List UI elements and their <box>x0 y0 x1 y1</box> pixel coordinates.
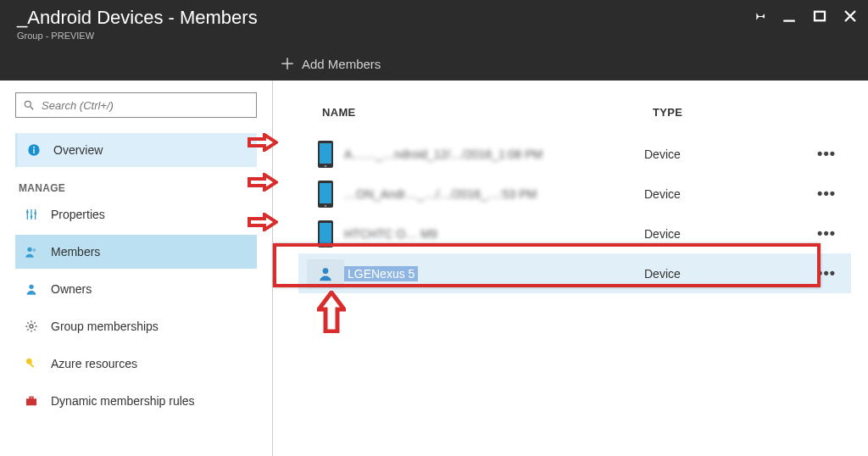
grid-row[interactable]: A……_…ndroid_12/…/2016_1:08 PM Device ••• <box>298 134 851 174</box>
svg-rect-0 <box>783 20 795 22</box>
svg-point-12 <box>29 285 33 289</box>
nav-members[interactable]: Members <box>15 235 257 269</box>
svg-rect-15 <box>29 363 34 368</box>
info-icon <box>26 143 42 157</box>
minimize-icon[interactable] <box>782 8 797 24</box>
blade-header: _Android Devices - Members Group - PREVI… <box>0 0 868 81</box>
header-controls <box>751 8 858 24</box>
svg-point-7 <box>26 211 29 214</box>
sidebar: Overview MANAGE Properties Members Owner… <box>0 81 273 456</box>
row-context-menu[interactable]: ••• <box>817 225 836 242</box>
svg-point-6 <box>33 147 35 148</box>
blade-subtitle: Group - PREVIEW <box>0 29 868 41</box>
device-icon <box>307 180 344 209</box>
briefcase-icon <box>24 394 39 408</box>
svg-rect-1 <box>815 12 825 21</box>
nav-label: Group memberships <box>51 320 159 333</box>
grid-header: NAME TYPE <box>298 106 851 134</box>
key-icon <box>24 357 39 370</box>
svg-point-27 <box>323 268 329 274</box>
grid-row-selected[interactable]: LGENexus 5 Device ••• <box>298 253 851 293</box>
grid-row[interactable]: HTCHTC O… M9 Device ••• <box>298 214 851 253</box>
person-icon <box>307 259 344 288</box>
maximize-icon[interactable] <box>812 8 827 24</box>
svg-rect-5 <box>33 149 34 153</box>
search-box[interactable] <box>15 92 257 118</box>
sliders-icon <box>24 208 39 221</box>
owner-icon <box>24 282 39 296</box>
nav-overview[interactable]: Overview <box>15 133 257 167</box>
annotation-up-arrow <box>317 291 346 333</box>
nav-owners[interactable]: Owners <box>15 272 257 306</box>
grid-row[interactable]: …ON_Andr…_…/…/2016_…:53 PM Device ••• <box>298 174 851 214</box>
device-icon <box>307 140 344 169</box>
svg-point-20 <box>325 164 327 167</box>
svg-point-26 <box>325 244 327 247</box>
nav-label: Owners <box>51 282 92 296</box>
search-input[interactable] <box>42 99 249 112</box>
device-type: Device <box>644 267 681 281</box>
svg-point-13 <box>30 325 33 328</box>
svg-point-23 <box>325 204 327 207</box>
svg-rect-22 <box>320 183 331 203</box>
gear-icon <box>24 320 39 333</box>
svg-rect-19 <box>320 143 331 164</box>
svg-rect-17 <box>30 397 33 398</box>
svg-rect-16 <box>26 398 36 405</box>
device-name: A……_…ndroid_12/…/2016_1:08 PM <box>344 147 644 161</box>
svg-point-10 <box>27 247 31 252</box>
command-bar: Add Members <box>280 47 381 81</box>
nav-label: Members <box>51 245 100 259</box>
row-context-menu[interactable]: ••• <box>817 264 836 282</box>
nav-azure-resources[interactable]: Azure resources <box>15 347 257 381</box>
device-name: …ON_Andr…_…/…/2016_…:53 PM <box>344 187 644 201</box>
device-type: Device <box>644 227 681 241</box>
nav-properties[interactable]: Properties <box>15 197 257 231</box>
svg-point-14 <box>26 359 32 364</box>
users-icon <box>24 245 39 259</box>
svg-line-3 <box>31 107 34 110</box>
device-type: Device <box>644 187 681 201</box>
pin-icon[interactable] <box>751 8 766 24</box>
device-type: Device <box>644 147 681 161</box>
svg-point-2 <box>25 101 31 107</box>
nav-label: Overview <box>53 143 103 157</box>
col-header-name[interactable]: NAME <box>322 106 653 119</box>
nav-dynamic-rules[interactable]: Dynamic membership rules <box>15 384 257 418</box>
manage-section-label: MANAGE <box>19 182 257 194</box>
device-icon <box>307 220 344 248</box>
members-grid: NAME TYPE A……_…ndroid_12/…/2016_1:08 PM … <box>273 81 868 456</box>
device-name: HTCHTC O… M9 <box>344 227 644 241</box>
nav-label: Dynamic membership rules <box>51 394 195 408</box>
nav-label: Azure resources <box>51 357 137 370</box>
svg-rect-25 <box>320 223 331 243</box>
search-icon <box>23 99 35 111</box>
svg-point-8 <box>31 215 33 218</box>
device-name: LGENexus 5 <box>344 266 418 281</box>
nav-label: Properties <box>51 208 105 221</box>
nav-group-memberships[interactable]: Group memberships <box>15 309 257 343</box>
row-context-menu[interactable]: ••• <box>817 145 836 163</box>
row-context-menu[interactable]: ••• <box>817 185 836 203</box>
add-members-button[interactable]: Add Members <box>302 57 381 71</box>
col-header-type[interactable]: TYPE <box>653 106 851 119</box>
add-icon <box>280 56 295 71</box>
close-icon[interactable] <box>843 8 858 24</box>
svg-point-11 <box>32 248 36 252</box>
blade-title: _Android Devices - Members <box>0 0 868 29</box>
svg-point-9 <box>34 212 36 214</box>
